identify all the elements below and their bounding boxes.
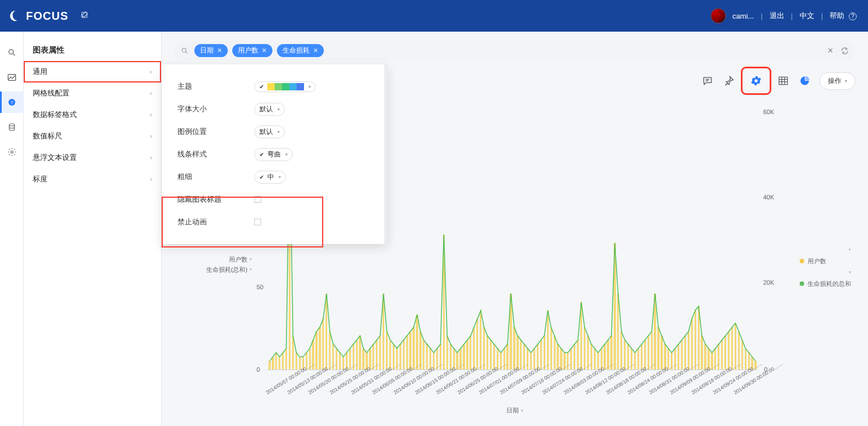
legend-pos-select[interactable]: 默认▾: [254, 125, 285, 138]
app-logo[interactable]: FOCUS: [9, 10, 68, 23]
chevron-right-icon: ›: [150, 89, 152, 97]
table-icon[interactable]: [776, 74, 790, 88]
close-icon[interactable]: ✕: [313, 47, 318, 54]
svg-point-1: [8, 50, 13, 54]
legend-dot-yellow: [800, 259, 804, 263]
app-name: FOCUS: [26, 10, 68, 23]
rail-gear-icon[interactable]: [0, 141, 24, 163]
chevron-down-icon: ▾: [277, 129, 280, 134]
chart-left-tick-50: 50: [257, 284, 263, 290]
prop-theme-label: 主题: [177, 81, 245, 92]
left-rail: ?: [0, 32, 24, 426]
edit-icon[interactable]: [76, 11, 93, 21]
chevron-right-icon: ›: [150, 111, 152, 119]
chevron-down-icon: ▾: [849, 245, 851, 254]
svg-rect-3: [8, 75, 15, 81]
prop-noanim-label: 禁止动画: [177, 217, 245, 227]
logout-link[interactable]: 退出: [770, 11, 784, 21]
action-button[interactable]: 操作▾: [819, 72, 856, 90]
chart-left-series-labels[interactable]: 用户数▾ 生命损耗(总和)▾: [179, 254, 252, 275]
prop-weight-label: 粗细: [177, 172, 245, 182]
font-size-select[interactable]: 默认▾: [254, 103, 285, 116]
chevron-down-icon: ▾: [250, 254, 252, 264]
line-weight-select[interactable]: ✔ 中▾: [254, 171, 286, 184]
theme-select[interactable]: ✔ ▾: [254, 81, 316, 92]
logo-half-moon-icon: [9, 10, 21, 22]
rail-board-icon[interactable]: [0, 67, 24, 88]
pin-icon[interactable]: [722, 74, 736, 88]
chevron-down-icon: ▾: [309, 84, 311, 89]
svg-rect-12: [779, 77, 788, 84]
chevron-down-icon: ▾: [845, 79, 847, 84]
lang-link[interactable]: 中文: [800, 11, 814, 21]
legend-dot-green: [800, 281, 804, 286]
chevron-down-icon: ▾: [849, 268, 851, 277]
svg-line-2: [13, 54, 15, 55]
prop-font-label: 字体大小: [177, 104, 245, 114]
chevron-down-icon: ▾: [279, 175, 281, 180]
property-panel: 主题 ✔ ▾ 字体大小 默认▾ 图例位置 默认▾ 线条样式 ✔ 弯曲▾: [162, 64, 388, 244]
clear-icon[interactable]: ✕: [825, 46, 835, 56]
tag-date[interactable]: 日期✕: [194, 44, 228, 57]
svg-point-6: [9, 124, 14, 126]
tag-life[interactable]: 生命损耗✕: [277, 44, 324, 57]
search-bar[interactable]: 日期✕ 用户数✕ 生命损耗✕ ✕: [174, 41, 856, 60]
prop-linestyle-label: 线条样式: [177, 149, 245, 159]
chevron-right-icon: ›: [150, 154, 152, 162]
sidebar-item-scale[interactable]: 标度›: [24, 168, 161, 190]
sidebar-item-grid[interactable]: 网格线配置›: [24, 82, 161, 104]
svg-text:?: ?: [10, 100, 13, 105]
sidebar-item-value-scale[interactable]: 数值标尺›: [24, 125, 161, 147]
check-icon: ✔: [259, 84, 264, 90]
prop-legendpos-label: 图例位置: [177, 127, 245, 137]
chevron-down-icon: ▾: [285, 152, 288, 157]
chevron-down-icon: ▾: [277, 107, 280, 112]
close-icon[interactable]: ✕: [217, 47, 222, 54]
svg-point-8: [182, 48, 186, 52]
hide-title-checkbox[interactable]: [254, 196, 261, 203]
search-icon: [180, 47, 190, 55]
chevron-right-icon: ›: [150, 175, 152, 183]
chevron-down-icon: ▾: [521, 408, 523, 413]
sidebar-item-general[interactable]: 通用›: [24, 61, 161, 82]
chevron-right-icon: ›: [150, 68, 152, 76]
chart-legend[interactable]: ▾ 用户数 ▾ 生命损耗的总和: [800, 245, 851, 290]
svg-point-7: [11, 151, 13, 153]
comment-icon[interactable]: [701, 74, 714, 88]
user-name[interactable]: cami...: [732, 12, 754, 20]
chart-x-labels: 2014/05/07 00:00:00……2014/05/13 00:00:00…: [268, 373, 757, 395]
check-icon: ✔: [259, 151, 264, 158]
line-style-select[interactable]: ✔ 弯曲▾: [254, 148, 293, 161]
sidebar-title: 图表属性: [24, 37, 161, 61]
avatar[interactable]: [711, 8, 726, 23]
rail-db-icon[interactable]: [0, 116, 24, 138]
rail-search-icon[interactable]: [0, 42, 24, 63]
chevron-right-icon: ›: [150, 132, 152, 140]
rail-help-icon[interactable]: ?: [0, 92, 24, 113]
main: 日期✕ 用户数✕ 生命损耗✕ ✕ 主题 ✔ ▾ 字体大小 默认▾ 图例位置: [162, 32, 868, 426]
sidebar-item-label-format[interactable]: 数据标签格式›: [24, 104, 161, 125]
refresh-icon[interactable]: [840, 46, 850, 56]
theme-swatches: [267, 83, 304, 90]
chart-left-tick-0: 0: [257, 366, 260, 373]
check-icon: ✔: [259, 174, 264, 180]
settings-icon[interactable]: [744, 69, 769, 92]
help-icon: ?: [849, 12, 857, 20]
top-bar: FOCUS cami... | 退出 | 中文 | 帮助 ?: [0, 0, 868, 32]
chart-x-title[interactable]: 日期▾: [506, 406, 523, 415]
prop-hide-title-label: 隐藏图表标题: [177, 194, 245, 205]
chart-type-icon[interactable]: [798, 74, 811, 88]
sidebar: 图表属性 通用› 网格线配置› 数据标签格式› 数值标尺› 悬浮文本设置› 标度…: [24, 32, 162, 426]
tag-users[interactable]: 用户数✕: [232, 44, 272, 57]
svg-line-9: [186, 51, 188, 53]
sidebar-item-tooltip[interactable]: 悬浮文本设置›: [24, 147, 161, 168]
help-link[interactable]: 帮助 ?: [830, 11, 857, 21]
close-icon[interactable]: ✕: [262, 47, 267, 54]
no-anim-checkbox[interactable]: [254, 219, 261, 225]
chevron-down-icon: ▾: [250, 264, 252, 275]
